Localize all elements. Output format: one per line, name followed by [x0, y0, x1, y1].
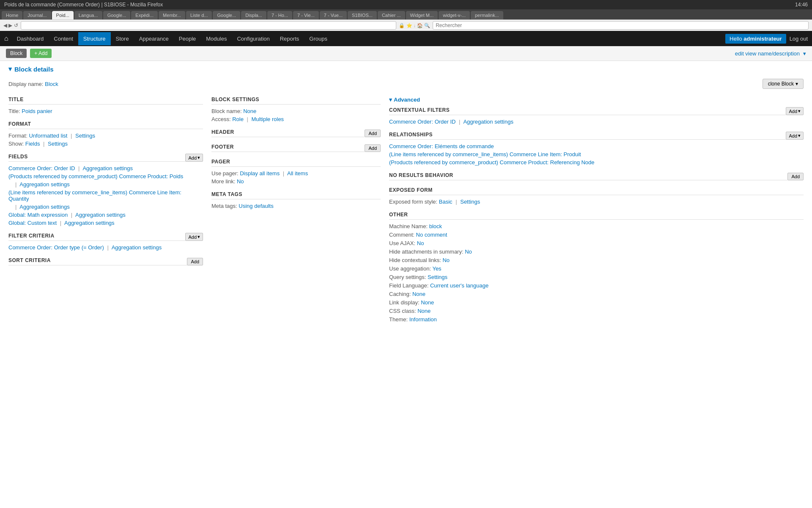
css-class-value[interactable]: None	[417, 308, 431, 314]
browser-tab[interactable]: Google...	[213, 11, 240, 19]
theme-label: Theme:	[389, 316, 408, 323]
browser-tab[interactable]: 7 - Vue...	[320, 11, 347, 19]
nav-item-people[interactable]: People	[174, 32, 201, 45]
fields-add-dropdown-icon[interactable]: ▾	[198, 155, 200, 160]
use-pager-display-link[interactable]: Display all items	[240, 170, 280, 177]
col-left: TITLE Title: Poids panier FORMAT Format:…	[8, 97, 203, 329]
access-multiple-link[interactable]: Multiple roles	[252, 116, 284, 122]
format-value[interactable]: Unformatted list	[29, 133, 67, 139]
relationships-dropdown-icon[interactable]: ▾	[798, 133, 801, 138]
show-settings-link[interactable]: Settings	[48, 141, 68, 147]
hide-contextual-row: Hide contextual links: No	[389, 257, 804, 263]
browser-tab[interactable]: Cahier ...	[378, 11, 405, 19]
nav-item-reports[interactable]: Reports	[275, 32, 304, 45]
display-name-value[interactable]: Block	[45, 81, 58, 87]
browser-tab[interactable]: Liste d...	[186, 11, 212, 19]
edit-view-link[interactable]: edit view name/description	[735, 50, 800, 57]
use-ajax-value[interactable]: No	[417, 240, 424, 246]
use-aggregation-value[interactable]: Yes	[432, 265, 441, 272]
browser-tab[interactable]: 7 - Vie...	[293, 11, 319, 19]
browser-tab[interactable]: Expédi...	[131, 11, 158, 19]
machine-name-value[interactable]: block	[429, 223, 442, 229]
browser-tab[interactable]: Home	[2, 11, 22, 19]
display-name-row: Display name: Block clone Block ▾	[8, 79, 804, 89]
show-fields-link[interactable]: Fields	[25, 141, 40, 147]
title-section-heading: TITLE	[8, 97, 203, 105]
dropdown-arrow-icon[interactable]: ▾	[803, 50, 806, 57]
browser-tab[interactable]: Google...	[103, 11, 131, 19]
logout-button[interactable]: Log out	[790, 36, 808, 42]
filter-add-button[interactable]: Add ▾	[185, 233, 203, 241]
browser-tab[interactable]: permalink...	[471, 11, 503, 19]
query-settings-value[interactable]: Settings	[428, 274, 447, 280]
comment-value[interactable]: No comment	[416, 232, 447, 238]
footer-add-button[interactable]: Add	[365, 144, 381, 152]
fields-add-button[interactable]: Add ▾	[185, 154, 203, 162]
address-input[interactable]: https://www.s1biose.com/admin/structure/…	[21, 21, 397, 30]
no-results-add-button[interactable]: Add	[787, 173, 804, 180]
nav-item-modules[interactable]: Modules	[201, 32, 232, 45]
block-details-header[interactable]: ▾ Block details	[8, 65, 804, 73]
hide-contextual-value[interactable]: No	[442, 257, 450, 263]
field-language-value[interactable]: Current user's language	[430, 282, 488, 289]
header-add-button[interactable]: Add	[365, 130, 381, 137]
nav-item-store[interactable]: Store	[111, 32, 134, 45]
meta-tags-heading: META TAGS	[211, 191, 381, 199]
clone-block-button[interactable]: clone Block ▾	[763, 79, 804, 89]
clone-block-dropdown-icon[interactable]: ▾	[796, 81, 798, 87]
caching-value[interactable]: None	[412, 291, 425, 297]
filter-add-dropdown-icon[interactable]: ▾	[198, 234, 200, 240]
contextual-filters-add-button[interactable]: Add ▾	[786, 107, 804, 115]
advanced-arrow-icon: ▾	[389, 97, 392, 103]
field-item-math-expression: Global: Math expression | Aggregation se…	[8, 212, 203, 218]
browser-tab[interactable]: Journal...	[23, 11, 51, 19]
exposed-form-settings-link[interactable]: Settings	[460, 199, 480, 205]
title-value[interactable]: Poids panier	[22, 108, 52, 114]
nav-item-appearance[interactable]: Appearance	[134, 32, 174, 45]
exposed-form-style-label: Exposed form style:	[389, 199, 437, 205]
contextual-filters-dropdown-icon[interactable]: ▾	[798, 108, 801, 114]
block-details-arrow-icon: ▾	[8, 65, 12, 73]
relationships-add-button[interactable]: Add ▾	[786, 132, 804, 140]
block-name-value[interactable]: None	[243, 108, 256, 114]
nav-item-structure[interactable]: Structure	[78, 32, 111, 45]
browser-tab[interactable]: Langua...	[74, 11, 102, 19]
use-pager-all-link[interactable]: All items	[287, 170, 308, 177]
sort-criteria-section: SORT CRITERIA Add	[8, 257, 203, 265]
browser-tab[interactable]: S1BIOS...	[348, 11, 377, 19]
block-button[interactable]: Block	[6, 49, 27, 58]
link-display-value[interactable]: None	[421, 299, 434, 306]
browser-tab[interactable]: Poid...	[52, 11, 74, 19]
nav-item-configuration[interactable]: Configuration	[232, 32, 274, 45]
query-settings-label: Query settings:	[389, 274, 426, 280]
hide-attachments-value[interactable]: No	[465, 248, 472, 255]
browser-tab[interactable]: 7 - Ho...	[267, 11, 292, 19]
browser-tab[interactable]: Displa...	[241, 11, 266, 19]
field-item-custom-text: Global: Custom text | Aggregation settin…	[8, 220, 203, 226]
home-icon[interactable]: ⌂	[4, 35, 8, 42]
access-role-link[interactable]: Role	[232, 116, 244, 122]
access-label: Access:	[211, 116, 231, 122]
link-display-row: Link display: None	[389, 299, 804, 306]
exposed-form-style-basic[interactable]: Basic	[439, 199, 453, 205]
add-button[interactable]: + Add	[30, 49, 52, 58]
browser-tab[interactable]: Membr...	[159, 11, 185, 19]
nav-item-dashboard[interactable]: Dashboard	[12, 32, 49, 45]
nav-item-content[interactable]: Content	[49, 32, 78, 45]
more-link-value[interactable]: No	[237, 178, 244, 185]
use-aggregation-row: Use aggregation: Yes	[389, 265, 804, 272]
search-input[interactable]	[433, 21, 809, 30]
browser-tab[interactable]: widget-v-...	[439, 11, 470, 19]
meta-tags-value[interactable]: Using defaults	[239, 203, 273, 209]
theme-value[interactable]: Information	[409, 316, 437, 323]
format-settings-link[interactable]: Settings	[75, 133, 95, 139]
browser-tab[interactable]: Widget M...	[406, 11, 438, 19]
relationship-item-3: (Products referenced by commerce_product…	[389, 159, 804, 166]
use-ajax-label: Use AJAX:	[389, 240, 415, 246]
sort-add-button[interactable]: Add	[187, 258, 203, 265]
nav-item-groups[interactable]: Groups	[304, 32, 332, 45]
clone-block-label: clone Block	[768, 81, 794, 87]
advanced-title: Advanced	[394, 97, 420, 103]
advanced-header[interactable]: ▾ Advanced	[389, 97, 804, 103]
caching-label: Caching:	[389, 291, 411, 297]
